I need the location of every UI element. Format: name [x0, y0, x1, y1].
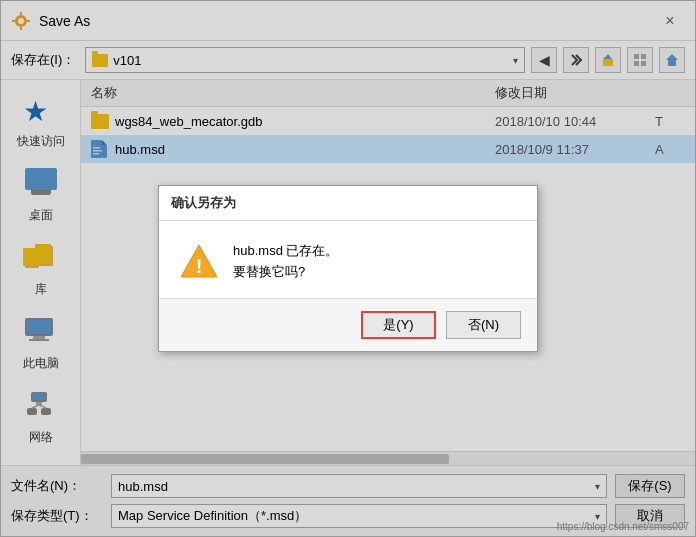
confirm-no-button[interactable]: 否(N)	[446, 311, 521, 339]
confirm-dialog-overlay: 确认另存为 ! hub.msd 已存在。 要替换它吗? 是(Y) 否(N)	[1, 1, 695, 536]
confirm-message1: hub.msd 已存在。	[233, 241, 338, 262]
confirm-message2: 要替换它吗?	[233, 262, 338, 283]
svg-text:!: !	[196, 255, 203, 277]
confirm-title: 确认另存为	[159, 186, 537, 221]
save-as-dialog: Save As × 保存在(I)： v101 ▾ ◀	[0, 0, 696, 537]
confirm-buttons: 是(Y) 否(N)	[159, 298, 537, 351]
confirm-dialog: 确认另存为 ! hub.msd 已存在。 要替换它吗? 是(Y) 否(N)	[158, 185, 538, 352]
confirm-body: ! hub.msd 已存在。 要替换它吗?	[159, 221, 537, 298]
confirm-yes-button[interactable]: 是(Y)	[361, 311, 436, 339]
warning-icon: !	[179, 241, 219, 281]
confirm-text: hub.msd 已存在。 要替换它吗?	[233, 241, 338, 283]
